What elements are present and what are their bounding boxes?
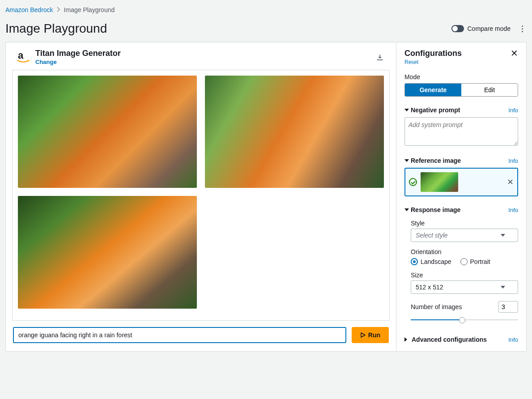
style-select-value: Select style xyxy=(416,232,448,239)
orientation-landscape-radio[interactable]: Landscape xyxy=(411,258,451,265)
num-images-slider[interactable] xyxy=(411,315,518,324)
reference-image-title: Reference image xyxy=(411,157,461,164)
reference-thumbnail[interactable] xyxy=(421,172,458,192)
amazon-logo-icon: a xyxy=(16,50,31,65)
breadcrumb-root-link[interactable]: Amazon Bedrock xyxy=(5,6,53,13)
compare-mode-toggle[interactable]: Compare mode xyxy=(451,25,511,32)
caret-down-icon xyxy=(501,234,505,237)
configurations-panel: Configurations Reset ✕ Mode Generate Edi… xyxy=(396,42,526,351)
prompt-input[interactable] xyxy=(13,327,346,343)
play-icon xyxy=(360,332,366,338)
change-model-link[interactable]: Change xyxy=(35,59,57,65)
breadcrumb: Amazon Bedrock Image Playground xyxy=(5,6,527,13)
more-actions-menu[interactable] xyxy=(518,25,527,32)
negative-info-link[interactable]: Info xyxy=(508,107,518,114)
reference-image-section-header[interactable]: Reference image Info xyxy=(404,157,518,164)
negative-prompt-title: Negative prompt xyxy=(411,106,460,114)
remove-reference-button[interactable]: ✕ xyxy=(507,177,514,187)
response-image-section-header[interactable]: Response image Info xyxy=(404,206,518,213)
generated-image[interactable] xyxy=(205,76,384,188)
style-label: Style xyxy=(411,220,518,227)
caret-down-icon xyxy=(404,208,409,211)
mode-generate-button[interactable]: Generate xyxy=(405,84,461,96)
reset-link[interactable]: Reset xyxy=(404,59,462,65)
slider-thumb[interactable] xyxy=(459,317,465,323)
config-title: Configurations xyxy=(404,49,462,58)
generated-image[interactable] xyxy=(18,76,197,188)
model-name: Titan Image Generator xyxy=(35,49,121,58)
close-panel-button[interactable]: ✕ xyxy=(511,49,518,58)
run-button[interactable]: Run xyxy=(352,327,389,343)
results-panel xyxy=(12,70,390,321)
run-label: Run xyxy=(368,331,380,339)
num-images-label: Number of images xyxy=(411,303,462,310)
success-check-icon xyxy=(409,178,417,186)
svg-text:a: a xyxy=(18,50,24,61)
main-column: a Titan Image Generator Change xyxy=(6,42,396,351)
caret-right-icon xyxy=(404,337,409,342)
response-info-link[interactable]: Info xyxy=(508,207,518,213)
advanced-info-link[interactable]: Info xyxy=(508,336,518,343)
playground-card: a Titan Image Generator Change xyxy=(5,42,527,352)
size-select[interactable]: 512 x 512 xyxy=(411,280,518,294)
negative-prompt-section-header[interactable]: Negative prompt Info xyxy=(404,106,518,114)
caret-down-icon xyxy=(404,109,409,111)
style-select[interactable]: Select style xyxy=(411,229,518,242)
num-images-input[interactable] xyxy=(498,301,518,313)
orientation-landscape-label: Landscape xyxy=(421,258,451,265)
negative-prompt-textarea[interactable] xyxy=(404,117,518,146)
reference-info-link[interactable]: Info xyxy=(508,157,518,164)
caret-down-icon xyxy=(501,286,505,289)
download-button[interactable] xyxy=(374,51,386,64)
advanced-config-section-header[interactable]: Advanced configurations Info xyxy=(404,336,518,343)
toggle-icon xyxy=(451,25,464,32)
reference-image-box: ✕ xyxy=(404,168,518,196)
caret-down-icon xyxy=(404,159,409,162)
size-label: Size xyxy=(411,272,518,279)
page-title: Image Playground xyxy=(5,21,107,36)
orientation-portrait-radio[interactable]: Portrait xyxy=(460,258,490,265)
breadcrumb-current: Image Playground xyxy=(64,6,115,13)
advanced-title: Advanced configurations xyxy=(412,336,487,343)
response-image-title: Response image xyxy=(411,206,460,213)
size-select-value: 512 x 512 xyxy=(416,284,443,291)
compare-mode-label: Compare mode xyxy=(468,25,511,32)
mode-segmented-control: Generate Edit xyxy=(404,83,518,97)
mode-label: Mode xyxy=(404,73,518,81)
generated-image[interactable] xyxy=(18,196,197,308)
orientation-portrait-label: Portrait xyxy=(470,258,490,265)
mode-edit-button[interactable]: Edit xyxy=(461,84,518,96)
chevron-right-icon xyxy=(57,6,60,13)
orientation-label: Orientation xyxy=(411,248,518,255)
